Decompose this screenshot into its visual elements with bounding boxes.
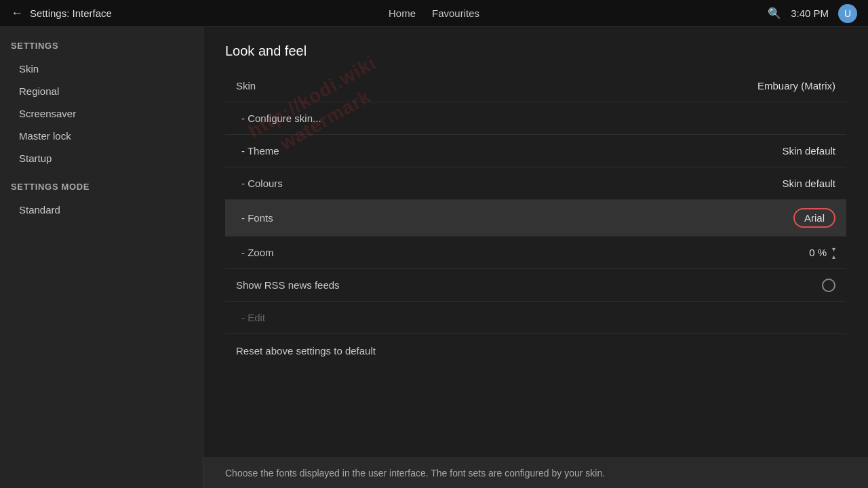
topbar-left: ← Settings: Interface	[11, 6, 293, 20]
zoom-stepper[interactable]: ▾ ▴	[832, 245, 835, 260]
zoom-label: - Zoom	[236, 247, 274, 258]
theme-label: - Theme	[236, 145, 279, 157]
sidebar-settings-heading: Settings	[11, 41, 192, 51]
zoom-row[interactable]: - Zoom 0 % ▾ ▴	[225, 237, 846, 269]
fonts-value[interactable]: Arial	[793, 208, 835, 228]
nav-home[interactable]: Home	[389, 7, 416, 19]
reset-row[interactable]: Reset above settings to default	[225, 334, 846, 367]
skin-row[interactable]: Skin Embuary (Matrix)	[225, 70, 846, 102]
skin-value: Embuary (Matrix)	[757, 80, 835, 92]
configure-skin-label: - Configure skin...	[236, 113, 321, 124]
sidebar-settings-mode-heading: Settings mode	[11, 182, 192, 192]
colours-row[interactable]: - Colours Skin default	[225, 167, 846, 200]
topbar-right: 🔍 3:40 PM U	[575, 4, 857, 23]
content-area: Look and feel Skin Embuary (Matrix) - Co…	[203, 27, 868, 488]
footer-description: Choose the fonts displayed in the user i…	[203, 458, 868, 488]
rss-label: Show RSS news feeds	[236, 279, 340, 291]
configure-skin-row[interactable]: - Configure skin...	[225, 102, 846, 135]
edit-label: - Edit	[236, 312, 265, 323]
reset-label: Reset above settings to default	[236, 345, 376, 357]
section-title: Look and feel	[225, 43, 846, 59]
search-icon[interactable]: 🔍	[768, 7, 781, 20]
page-title: Settings: Interface	[30, 7, 112, 19]
fonts-row[interactable]: - Fonts Arial	[225, 200, 846, 237]
topbar: ← Settings: Interface Home Favourites 🔍 …	[0, 0, 868, 27]
zoom-value: 0 %	[809, 247, 827, 258]
zoom-up-arrow[interactable]: ▴	[832, 253, 835, 260]
rss-toggle[interactable]	[822, 279, 835, 292]
sidebar-item-standard[interactable]: Standard	[11, 199, 192, 221]
footer-text: Choose the fonts displayed in the user i…	[225, 468, 605, 479]
theme-row[interactable]: - Theme Skin default	[225, 135, 846, 167]
fonts-label: - Fonts	[236, 212, 273, 224]
zoom-controls: 0 % ▾ ▴	[809, 245, 835, 260]
rss-row[interactable]: Show RSS news feeds	[225, 269, 846, 302]
theme-value: Skin default	[783, 145, 835, 157]
zoom-down-arrow[interactable]: ▾	[832, 245, 835, 253]
user-avatar[interactable]: U	[838, 4, 857, 23]
edit-row: - Edit	[225, 302, 846, 334]
skin-label: Skin	[236, 80, 256, 92]
sidebar-item-startup[interactable]: Startup	[11, 147, 192, 169]
back-button[interactable]: ←	[11, 6, 23, 20]
sidebar-item-screensaver[interactable]: Screensaver	[11, 102, 192, 125]
sidebar-item-master-lock[interactable]: Master lock	[11, 125, 192, 147]
topbar-nav: Home Favourites	[293, 7, 575, 19]
sidebar-item-regional[interactable]: Regional	[11, 80, 192, 102]
main-layout: Settings Skin Regional Screensaver Maste…	[0, 27, 868, 488]
sidebar-item-skin[interactable]: Skin	[11, 58, 192, 80]
colours-label: - Colours	[236, 178, 283, 189]
colours-value: Skin default	[783, 178, 835, 189]
clock: 3:40 PM	[791, 7, 829, 19]
nav-favourites[interactable]: Favourites	[432, 7, 479, 19]
sidebar: Settings Skin Regional Screensaver Maste…	[0, 27, 203, 488]
